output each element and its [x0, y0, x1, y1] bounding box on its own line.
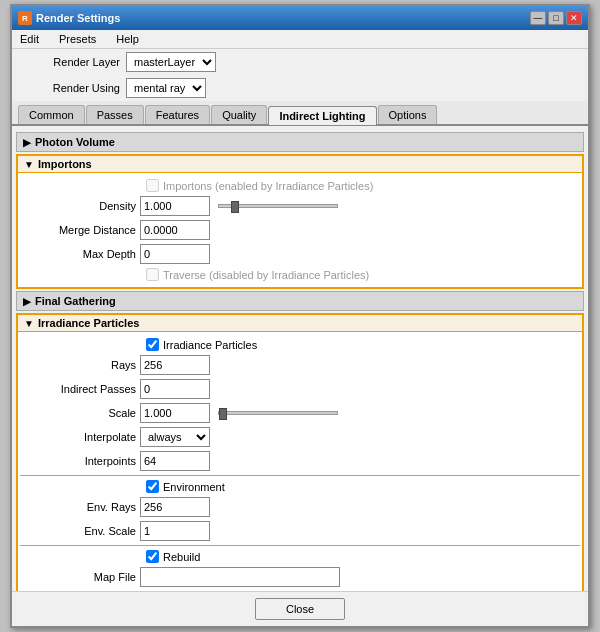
irradiance-particles-content: Irradiance Particles Rays Indirect Passe… [18, 332, 582, 591]
importons-enabled-row: Importons (enabled by Irradiance Particl… [140, 177, 580, 194]
title-bar-left: R Render Settings [18, 11, 120, 25]
menubar: Edit Presets Help [12, 30, 588, 49]
map-file-row: Map File [20, 565, 580, 589]
rays-label: Rays [26, 359, 136, 371]
density-input[interactable] [140, 196, 210, 216]
environment-row: Environment [140, 476, 580, 495]
density-slider-thumb[interactable] [231, 201, 239, 213]
scale-label: Scale [26, 407, 136, 419]
environment-checkbox[interactable] [146, 480, 159, 493]
traverse-row: Traverse (disabled by Irradiance Particl… [140, 266, 580, 283]
rebuild-section: Rebuild Map File [20, 545, 580, 589]
traverse-checkbox[interactable] [146, 268, 159, 281]
rays-input[interactable] [140, 355, 210, 375]
importons-label: Importons [38, 158, 92, 170]
env-section: Environment Env. Rays Env. Scale [20, 475, 580, 543]
title-bar: R Render Settings — □ ✕ [12, 6, 588, 30]
interpoints-input[interactable] [140, 451, 210, 471]
density-label: Density [26, 200, 136, 212]
app-icon: R [18, 11, 32, 25]
final-gathering-label: Final Gathering [35, 295, 116, 307]
env-rays-label: Env. Rays [26, 501, 136, 513]
interpolate-select[interactable]: always never auto [140, 427, 210, 447]
ip-checkbox[interactable] [146, 338, 159, 351]
ip-checkbox-row: Irradiance Particles [140, 336, 580, 353]
max-depth-label: Max Depth [26, 248, 136, 260]
render-using-select[interactable]: mental ray [126, 78, 206, 98]
menu-presets[interactable]: Presets [55, 32, 100, 46]
photon-volume-header[interactable]: ▶ Photon Volume [16, 132, 584, 152]
tab-features[interactable]: Features [145, 105, 210, 124]
tab-options[interactable]: Options [378, 105, 438, 124]
env-rays-input[interactable] [140, 497, 210, 517]
env-scale-row: Env. Scale [20, 519, 580, 543]
max-depth-input[interactable] [140, 244, 210, 264]
indirect-passes-input[interactable] [140, 379, 210, 399]
traverse-label: Traverse (disabled by Irradiance Particl… [163, 269, 369, 281]
rebuild-row: Rebuild [140, 546, 580, 565]
interpolate-row: Interpolate always never auto [20, 425, 580, 449]
importons-header[interactable]: ▼ Importons [18, 156, 582, 173]
importons-section: ▼ Importons Importons (enabled by Irradi… [16, 154, 584, 289]
merge-distance-input[interactable] [140, 220, 210, 240]
irradiance-particles-section: ▼ Irradiance Particles Irradiance Partic… [16, 313, 584, 591]
render-layer-row: Render Layer masterLayer [12, 49, 588, 75]
scale-input[interactable] [140, 403, 210, 423]
scale-slider-track[interactable] [218, 411, 338, 415]
bottom-bar: Close [12, 591, 588, 626]
tab-indirect-lighting[interactable]: Indirect Lighting [268, 106, 376, 125]
map-file-label: Map File [26, 571, 136, 583]
map-file-input[interactable] [140, 567, 340, 587]
rays-row: Rays [20, 353, 580, 377]
environment-label: Environment [163, 481, 225, 493]
env-scale-input[interactable] [140, 521, 210, 541]
render-using-label: Render Using [20, 82, 120, 94]
ip-checkbox-label: Irradiance Particles [163, 339, 257, 351]
env-rays-row: Env. Rays [20, 495, 580, 519]
irradiance-particles-header[interactable]: ▼ Irradiance Particles [18, 315, 582, 332]
scale-slider-thumb[interactable] [219, 408, 227, 420]
maximize-button[interactable]: □ [548, 11, 564, 25]
render-settings-window: R Render Settings — □ ✕ Edit Presets Hel… [10, 4, 590, 628]
close-window-button[interactable]: ✕ [566, 11, 582, 25]
scale-row: Scale [20, 401, 580, 425]
final-gathering-header[interactable]: ▶ Final Gathering [16, 291, 584, 311]
final-gathering-arrow: ▶ [23, 296, 31, 307]
minimize-button[interactable]: — [530, 11, 546, 25]
tab-passes[interactable]: Passes [86, 105, 144, 124]
render-using-row: Render Using mental ray [12, 75, 588, 101]
window-title: Render Settings [36, 12, 120, 24]
indirect-passes-row: Indirect Passes [20, 377, 580, 401]
photon-volume-arrow: ▶ [23, 137, 31, 148]
tab-common[interactable]: Common [18, 105, 85, 124]
density-row: Density [20, 194, 580, 218]
density-slider-track[interactable] [218, 204, 338, 208]
render-layer-label: Render Layer [20, 56, 120, 68]
render-layer-select[interactable]: masterLayer [126, 52, 216, 72]
importons-enabled-checkbox[interactable] [146, 179, 159, 192]
interpoints-label: Interpoints [26, 455, 136, 467]
importons-enabled-label: Importons (enabled by Irradiance Particl… [163, 180, 373, 192]
close-button[interactable]: Close [255, 598, 345, 620]
max-depth-row: Max Depth [20, 242, 580, 266]
indirect-passes-label: Indirect Passes [26, 383, 136, 395]
merge-distance-row: Merge Distance [20, 218, 580, 242]
menu-edit[interactable]: Edit [16, 32, 43, 46]
importons-arrow: ▼ [24, 159, 34, 170]
irradiance-particles-label: Irradiance Particles [38, 317, 140, 329]
interpoints-row: Interpoints [20, 449, 580, 473]
interpolate-label: Interpolate [26, 431, 136, 443]
importons-content: Importons (enabled by Irradiance Particl… [18, 173, 582, 287]
content-area: ▶ Photon Volume ▼ Importons Importons (e… [12, 126, 588, 591]
photon-volume-label: Photon Volume [35, 136, 115, 148]
merge-distance-label: Merge Distance [26, 224, 136, 236]
title-buttons: — □ ✕ [530, 11, 582, 25]
menu-help[interactable]: Help [112, 32, 143, 46]
env-scale-label: Env. Scale [26, 525, 136, 537]
tabs-bar: Common Passes Features Quality Indirect … [12, 101, 588, 126]
tab-quality[interactable]: Quality [211, 105, 267, 124]
rebuild-label: Rebuild [163, 551, 200, 563]
rebuild-checkbox[interactable] [146, 550, 159, 563]
irradiance-particles-arrow: ▼ [24, 318, 34, 329]
